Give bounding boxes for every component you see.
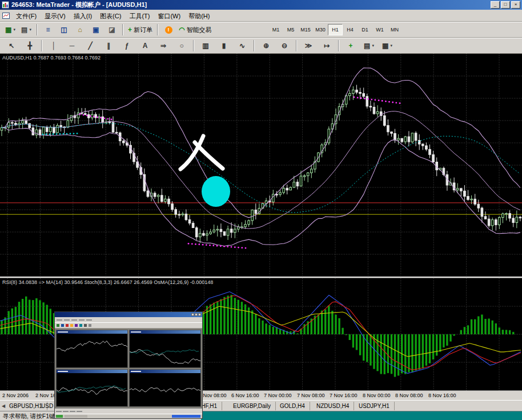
crosshair-button[interactable]: ╋ [22,39,38,52]
strategy-tester-button[interactable]: ◪ [105,23,119,36]
profiles-button-glyph: ▤ [21,26,27,33]
zoom-in-button-glyph: ⊕ [263,42,269,49]
maximize-button[interactable]: □ [501,1,510,9]
overlay-menu-dash [79,319,85,321]
horizontal-line-button[interactable]: ─ [64,39,80,52]
navigator-button-glyph: ⌂ [78,26,82,33]
arrows-button-glyph: ⇒ [160,42,166,49]
templates-button[interactable]: ▦▾ [379,39,395,52]
arrows-button[interactable]: ⇒ [155,39,171,52]
new-order-button-glyph: + [128,26,132,33]
zoom-out-button[interactable]: ⊖ [276,39,292,52]
periods-button-glyph: ▤ [364,42,370,49]
candlestick-chart-button[interactable]: ▮ [216,39,232,52]
shapes-button[interactable]: ○ [174,39,190,52]
navigator-button[interactable]: ⌂ [73,23,87,36]
profiles-button[interactable]: ▤▾ [19,23,34,36]
chart-child-icon [2,13,10,19]
data-window-button-glyph: ◫ [61,26,67,33]
overlay-mini-chart [129,330,201,368]
fibonacci-button[interactable]: ƒ [119,39,135,52]
overlay-menu-dash [64,319,70,321]
drawn-glyph-stroke[interactable] [180,136,203,169]
menu-tools[interactable]: 工具(T) [125,11,154,21]
overlay-chart-grid [55,329,202,408]
tf-mn[interactable]: MN [387,24,402,35]
status-right-panel [201,411,522,420]
main-chart-pane[interactable]: AUDUSD,H1 0.7687 0.7693 0.7684 0.7692 [0,54,522,277]
tf-h4[interactable]: H4 [343,24,358,35]
time-label: 6 Nov 16:00 [231,393,259,398]
new-order-button[interactable]: +新订单 [126,23,154,36]
tf-h1[interactable]: H1 [328,24,343,35]
indicators-button[interactable]: + [343,39,359,52]
toolbar-separator [193,40,194,51]
overlay-mini-chart-canvas [57,373,127,407]
quote-label: AUDUSD,H1 0.7687 0.7693 0.7684 0.7692 [2,55,101,61]
candles-layer [1,85,521,243]
overlay-menu-dash [71,319,77,321]
menu-bar: 文件(F)显示(V)插入(I)图表(C)工具(T)窗口(W)帮助(H) [0,10,522,22]
chart-shift-button[interactable]: ↦ [319,39,335,52]
trendline-button[interactable]: ╱ [82,39,98,52]
toolbar-separator [157,24,158,35]
time-label: 8 Nov 08:00 [395,393,423,398]
new-chart-button-glyph: ▦ [5,26,11,33]
bar-chart-button[interactable]: ▥ [198,39,214,52]
drawn-ellipse[interactable] [202,176,230,207]
channel-button-glyph: ∥ [107,42,110,49]
overlay-mini-chart-canvas [130,373,200,407]
menu-file[interactable]: 文件(F) [12,11,41,21]
overlay-tool-icon [75,324,78,327]
new-chart-button[interactable]: ▦▾ [3,23,18,36]
tf-m1[interactable]: M1 [268,24,283,35]
zoom-out-button-glyph: ⊖ [282,42,287,49]
periods-button[interactable]: ▤▾ [361,39,377,52]
channel-button[interactable]: ∥ [101,39,117,52]
tab-nzdusd-h4[interactable]: NZDUSD,H4 [313,402,354,410]
vertical-line-button-glyph: │ [51,42,56,49]
toolbar-standard: ▦▾▤▾≡◫⌂▣◪+新订单!◠智能交易 M1M5M15M30H1H4D1W1MN [0,22,522,38]
caret-down-icon: ▾ [372,43,374,48]
zoom-in-button[interactable]: ⊕ [258,39,274,52]
time-label: 2 Nov 2006 [2,393,29,398]
expert-advisors-button[interactable]: ◠智能交易 [177,23,213,36]
terminal-button[interactable]: ▣ [89,23,103,36]
overlay-mini-chart-canvas [57,334,127,367]
alert-icon[interactable]: ! [161,23,176,36]
drawn-glyph-stroke[interactable] [195,142,223,169]
auto-scroll-button[interactable]: ≫ [300,39,316,52]
menu-help[interactable]: 帮助(H) [184,11,214,21]
tab-gold-h4[interactable]: GOLD,H4 [276,402,310,410]
close-button[interactable]: × [511,1,520,9]
indicators-button-glyph: + [348,42,352,49]
tf-w1[interactable]: W1 [372,24,387,35]
tabs-scroll-left-icon[interactable]: ◀ [2,403,5,409]
line-chart-button[interactable]: ∿ [234,39,250,52]
overlay-close-icon [198,313,201,316]
minimize-button[interactable]: _ [491,1,500,9]
fibonacci-button-glyph: ƒ [125,42,129,49]
tab-usdjpy-h1[interactable]: USDJPY,H1 [355,402,395,410]
tf-d1[interactable]: D1 [358,24,372,35]
toolbar-standard-items: ▦▾▤▾≡◫⌂▣◪+新订单!◠智能交易 [2,23,214,36]
data-window-button[interactable]: ◫ [57,23,71,36]
vertical-line-button[interactable]: │ [46,39,62,52]
market-watch-button[interactable]: ≡ [41,23,55,36]
tab-eurgbp-daily[interactable]: EURGBP,Daily [230,402,276,410]
title-bar: 264653: MetaTrader - 模拟帐户 - [AUDUSD,H1] … [0,0,522,10]
main-chart-canvas[interactable] [0,54,522,277]
tf-m15[interactable]: M15 [298,24,313,35]
menu-charts[interactable]: 图表(C) [96,11,125,21]
text-button[interactable]: A [137,39,153,52]
tf-m5[interactable]: M5 [283,24,298,35]
menu-insert[interactable]: 插入(I) [70,11,96,21]
trendline-button-glyph: ╱ [88,42,92,49]
time-label: 7 Nov 08:00 [297,393,325,398]
menu-view[interactable]: 显示(V) [41,11,70,21]
overlay-toolbar-strip [55,322,202,329]
menu-window[interactable]: 窗口(W) [154,11,184,21]
toolbar-separator [338,40,339,51]
cursor-button[interactable]: ↖ [3,39,19,52]
tf-m30[interactable]: M30 [313,24,328,35]
